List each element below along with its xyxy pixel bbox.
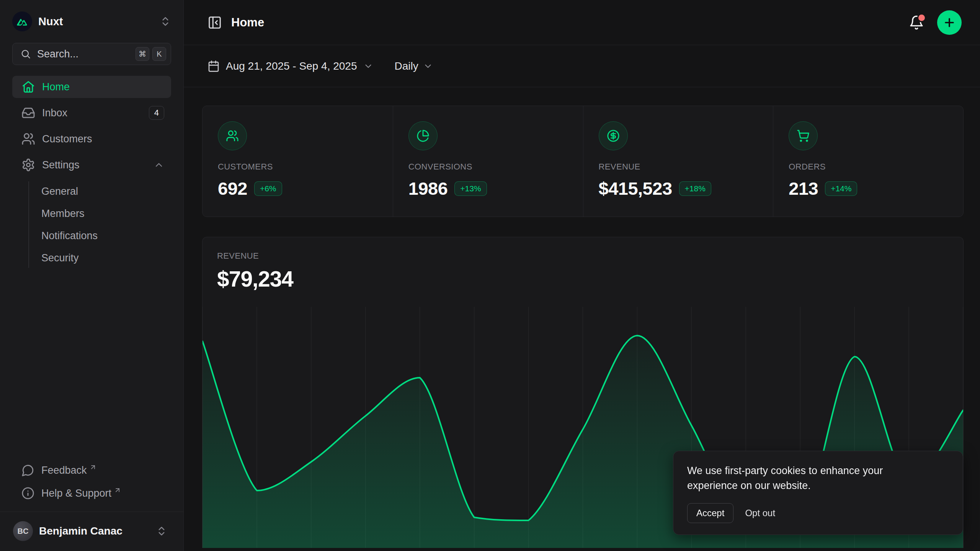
stat-customers[interactable]: CUSTOMERS 692 +6% bbox=[203, 106, 393, 217]
sidebar-item-inbox[interactable]: Inbox 4 bbox=[12, 102, 171, 124]
stat-revenue[interactable]: REVENUE $415,523 +18% bbox=[583, 106, 773, 217]
help-support-link[interactable]: Help & Support bbox=[12, 483, 171, 503]
chevron-up-icon bbox=[154, 160, 164, 170]
chart-pie-icon bbox=[408, 121, 438, 150]
help-support-label: Help & Support bbox=[41, 487, 111, 499]
calendar-icon bbox=[207, 60, 220, 72]
sidebar-item-label: Inbox bbox=[42, 107, 67, 119]
sidebar-item-label: Home bbox=[42, 81, 70, 93]
stat-value: 213 bbox=[789, 178, 818, 199]
sidebar: Nuxt ⌘ K Home Inbox 4 bbox=[0, 0, 184, 551]
notification-unread-dot bbox=[917, 13, 926, 22]
workspace-selector[interactable]: Nuxt bbox=[0, 0, 183, 31]
notifications-bell-icon[interactable] bbox=[909, 15, 924, 30]
sidebar-item-notifications[interactable]: Notifications bbox=[41, 226, 171, 246]
stat-value: 692 bbox=[218, 178, 247, 199]
inbox-count-badge: 4 bbox=[149, 106, 164, 120]
cookie-message: We use first-party cookies to enhance yo… bbox=[687, 463, 928, 493]
accept-button[interactable]: Accept bbox=[687, 503, 733, 523]
add-button[interactable] bbox=[937, 10, 962, 35]
user-name: Benjamin Canac bbox=[39, 525, 156, 537]
page-title: Home bbox=[231, 16, 264, 29]
revenue-chart-value: $79,234 bbox=[217, 266, 949, 292]
chevron-down-icon bbox=[363, 61, 373, 71]
users-icon bbox=[218, 121, 247, 150]
stats-card: CUSTOMERS 692 +6% CONVERSIONS 1986 +13% bbox=[202, 106, 964, 217]
sidebar-item-label: Settings bbox=[42, 159, 80, 171]
sidebar-item-security[interactable]: Security bbox=[41, 248, 171, 268]
stat-delta-badge: +13% bbox=[454, 181, 487, 196]
sidebar-item-home[interactable]: Home bbox=[12, 76, 171, 98]
message-bubble-icon bbox=[21, 464, 34, 477]
nuxt-logo bbox=[12, 11, 32, 31]
stat-label: REVENUE bbox=[599, 162, 758, 172]
stat-orders[interactable]: ORDERS 213 +14% bbox=[773, 106, 963, 217]
external-link-icon bbox=[114, 486, 121, 494]
stat-label: CUSTOMERS bbox=[218, 162, 377, 172]
shopping-cart-icon bbox=[789, 121, 818, 150]
date-range-label: Aug 21, 2025 - Sep 4, 2025 bbox=[226, 60, 357, 72]
stat-delta-badge: +14% bbox=[825, 181, 857, 196]
chevrons-up-down-icon bbox=[156, 525, 167, 537]
cookie-banner: We use first-party cookies to enhance yo… bbox=[673, 451, 963, 535]
sidebar-item-customers[interactable]: Customers bbox=[12, 128, 171, 150]
circle-dollar-icon bbox=[599, 121, 628, 150]
chevron-down-icon bbox=[423, 61, 433, 71]
search-icon bbox=[20, 49, 31, 59]
avatar: BC bbox=[13, 521, 33, 541]
user-section: BC Benjamin Canac bbox=[0, 512, 183, 551]
stat-delta-badge: +18% bbox=[679, 181, 711, 196]
sidebar-item-general[interactable]: General bbox=[41, 181, 171, 201]
chevrons-up-down-icon bbox=[160, 16, 171, 27]
user-menu[interactable]: BC Benjamin Canac bbox=[12, 518, 171, 544]
stat-label: ORDERS bbox=[789, 162, 948, 172]
gear-icon bbox=[21, 158, 35, 172]
settings-subnav: General Members Notifications Security bbox=[28, 181, 171, 268]
filter-toolbar: Aug 21, 2025 - Sep 4, 2025 Daily bbox=[184, 45, 980, 87]
granularity-label: Daily bbox=[395, 60, 418, 72]
stat-delta-badge: +6% bbox=[254, 181, 282, 196]
opt-out-button[interactable]: Opt out bbox=[743, 504, 777, 523]
sidebar-item-settings[interactable]: Settings bbox=[12, 154, 171, 176]
stat-value: $415,523 bbox=[599, 178, 672, 199]
search-input-wrap[interactable]: ⌘ K bbox=[12, 43, 171, 65]
search-input[interactable] bbox=[36, 48, 132, 60]
kbd-command: ⌘ bbox=[136, 47, 149, 61]
date-range-picker[interactable]: Aug 21, 2025 - Sep 4, 2025 bbox=[205, 56, 376, 76]
info-circle-icon bbox=[21, 487, 34, 500]
external-link-icon bbox=[89, 463, 97, 471]
users-icon bbox=[21, 132, 35, 146]
sidebar-spacer bbox=[0, 268, 183, 460]
top-header: Home bbox=[184, 0, 980, 45]
sidebar-item-members[interactable]: Members bbox=[41, 204, 171, 223]
home-icon bbox=[21, 80, 35, 94]
feedback-link[interactable]: Feedback bbox=[12, 460, 171, 480]
sidebar-collapse-icon[interactable] bbox=[205, 13, 224, 32]
stat-label: CONVERSIONS bbox=[408, 162, 568, 172]
granularity-select[interactable]: Daily bbox=[392, 56, 435, 76]
inbox-icon bbox=[21, 106, 35, 120]
workspace-name: Nuxt bbox=[38, 15, 160, 28]
sidebar-item-label: Customers bbox=[42, 133, 92, 145]
sidebar-nav: Home Inbox 4 Customers Settings Ge bbox=[0, 76, 183, 268]
stat-conversions[interactable]: CONVERSIONS 1986 +13% bbox=[393, 106, 583, 217]
topbar-actions bbox=[909, 10, 962, 35]
kbd-k: K bbox=[152, 47, 166, 61]
stat-value: 1986 bbox=[408, 178, 448, 199]
feedback-label: Feedback bbox=[41, 465, 87, 476]
sidebar-footer-links: Feedback Help & Support bbox=[0, 460, 183, 503]
revenue-chart-label: REVENUE bbox=[217, 251, 949, 261]
